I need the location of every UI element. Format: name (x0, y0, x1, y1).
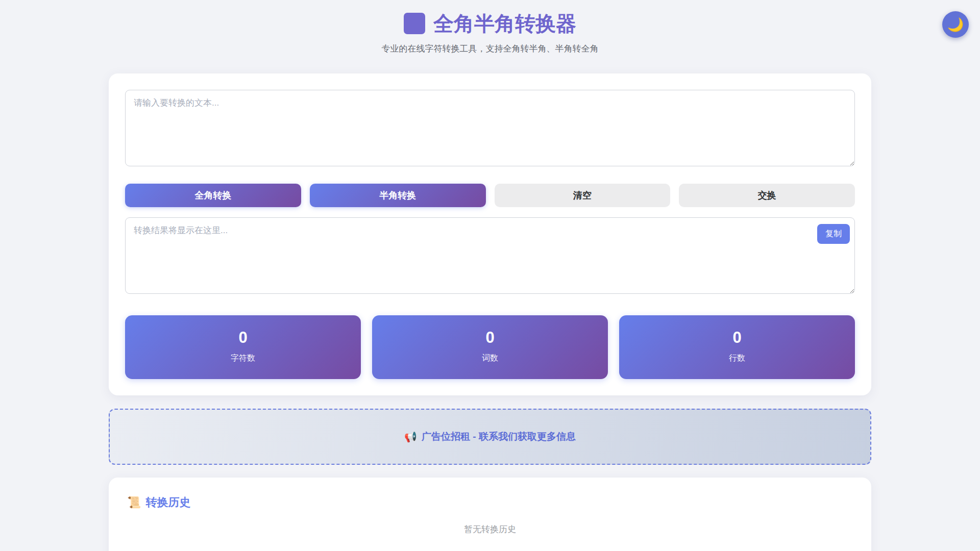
char-count-label: 字符数 (125, 353, 361, 364)
stat-card-chars: 0 字符数 (125, 315, 361, 379)
header: 全角半角转换器 专业的在线字符转换工具，支持全角转半角、半角转全角 (0, 0, 980, 55)
char-count-value: 0 (125, 329, 361, 347)
swap-button[interactable]: 交换 (679, 184, 855, 207)
history-title-text: 转换历史 (145, 495, 190, 510)
main-container: 全角转换 半角转换 清空 交换 复制 0 字符数 0 词数 0 行数 📢 (109, 73, 871, 551)
page-title: 全角半角转换器 (0, 11, 980, 36)
button-row: 全角转换 半角转换 清空 交换 (125, 184, 855, 207)
stat-card-words: 0 词数 (372, 315, 608, 379)
clear-button[interactable]: 清空 (495, 184, 671, 207)
output-textarea[interactable] (125, 217, 855, 294)
output-wrap: 复制 (125, 217, 855, 296)
megaphone-icon: 📢 (404, 431, 417, 443)
title-square-icon (404, 13, 425, 34)
converter-card: 全角转换 半角转换 清空 交换 复制 0 字符数 0 词数 0 行数 (109, 73, 871, 395)
ad-banner-text: 广告位招租 - 联系我们获取更多信息 (422, 430, 576, 443)
history-card: 📜 转换历史 暂无转换历史 (109, 478, 871, 551)
word-count-value: 0 (372, 329, 608, 347)
copy-button[interactable]: 复制 (817, 224, 850, 244)
page-title-text: 全角半角转换器 (433, 11, 576, 36)
to-fullwidth-button[interactable]: 全角转换 (125, 184, 301, 207)
input-textarea[interactable] (125, 90, 855, 166)
page-subtitle: 专业的在线字符转换工具，支持全角转半角、半角转全角 (0, 43, 980, 55)
line-count-value: 0 (619, 329, 855, 347)
theme-toggle-button[interactable]: 🌙 (942, 11, 969, 38)
moon-icon: 🌙 (947, 17, 964, 32)
to-halfwidth-button[interactable]: 半角转换 (310, 184, 486, 207)
stat-card-lines: 0 行数 (619, 315, 855, 379)
history-empty-text: 暂无转换历史 (127, 523, 853, 535)
ad-banner[interactable]: 📢 广告位招租 - 联系我们获取更多信息 (109, 409, 871, 465)
word-count-label: 词数 (372, 353, 608, 364)
line-count-label: 行数 (619, 353, 855, 364)
stats-row: 0 字符数 0 词数 0 行数 (125, 315, 855, 379)
history-title: 📜 转换历史 (127, 495, 853, 510)
scroll-icon: 📜 (127, 496, 141, 509)
